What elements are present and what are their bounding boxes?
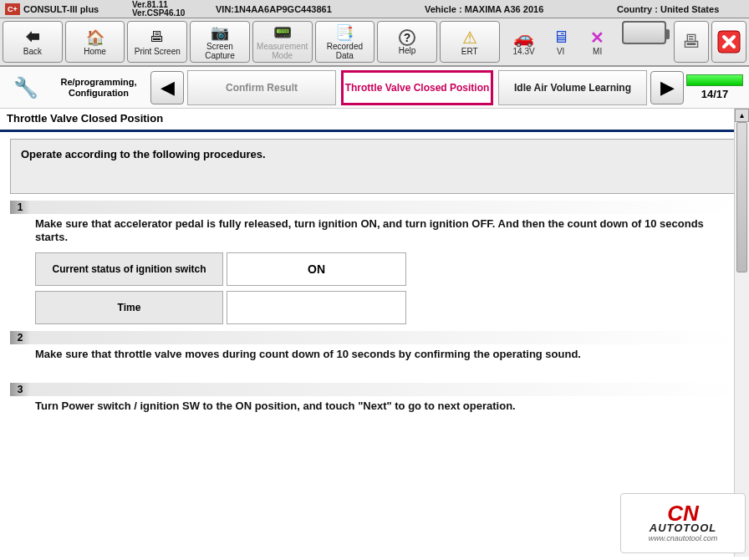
app-name: CONSULT-III plus bbox=[23, 4, 132, 14]
measurement-mode-button: 📟 Measurement Mode bbox=[252, 21, 313, 63]
separator bbox=[0, 130, 749, 132]
close-button[interactable] bbox=[711, 21, 746, 63]
printer-icon: 🖶 bbox=[150, 28, 165, 47]
instruction-box: Operate according to the following proce… bbox=[10, 139, 739, 194]
screen-capture-button[interactable]: 📷 Screen Capture bbox=[190, 21, 250, 63]
progress-text: 14/17 bbox=[701, 88, 729, 100]
step-idle-air-volume[interactable]: Idle Air Volume Learning bbox=[498, 70, 647, 105]
ert-button[interactable]: ⚠ ERT bbox=[440, 21, 500, 63]
back-arrow-icon: 🡄 bbox=[25, 28, 40, 47]
ignition-status-value: ON bbox=[227, 252, 406, 286]
car-icon: 🚗 bbox=[513, 28, 534, 47]
mi-indicator: ✕ MI bbox=[581, 28, 614, 56]
vehicle-field: Vehicle : MAXIMA A36 2016 bbox=[425, 4, 617, 14]
scroll-up-button[interactable]: ▴ bbox=[735, 109, 749, 122]
scrollbar[interactable]: ▴ bbox=[734, 109, 749, 557]
breadcrumb: 🔧 Re/programming, Configuration ◀ Confir… bbox=[0, 67, 749, 109]
voltage-indicator: 🚗 14.3V bbox=[507, 28, 541, 56]
home-button[interactable]: 🏠 Home bbox=[65, 21, 125, 63]
breadcrumb-section: Re/programming, Configuration bbox=[48, 77, 149, 99]
time-label: Time bbox=[35, 291, 223, 324]
vin-field: VIN:1N4AA6AP9GC443861 bbox=[216, 4, 425, 14]
warning-icon: ⚠ bbox=[462, 28, 477, 47]
close-icon bbox=[716, 29, 741, 54]
mi-x-icon: ✕ bbox=[590, 28, 604, 47]
vi-indicator: 🖥 VI bbox=[544, 28, 578, 56]
help-button[interactable]: ? Help bbox=[377, 21, 437, 63]
vi-icon: 🖥 bbox=[553, 28, 569, 47]
watermark: CN AUTOTOOL www.cnautotool.com bbox=[620, 493, 746, 553]
step-confirm-result[interactable]: Confirm Result bbox=[187, 70, 336, 105]
time-row: Time bbox=[35, 291, 739, 324]
page-title: Throttle Valve Closed Position bbox=[0, 109, 749, 128]
prev-step-button[interactable]: ◀ bbox=[150, 71, 184, 104]
next-step-button[interactable]: ▶ bbox=[650, 71, 684, 104]
aux-printer-icon: 🖶 bbox=[682, 31, 701, 53]
print-screen-button[interactable]: 🖶 Print Screen bbox=[127, 21, 187, 63]
recorded-data-icon: 📑 bbox=[335, 23, 354, 42]
step-2-header: 2 bbox=[10, 331, 739, 344]
country-field: Country : United States bbox=[617, 4, 749, 14]
ignition-status-label: Current status of ignition switch bbox=[35, 252, 223, 286]
info-bar: C+ CONSULT-III plus Ver.81.11 Ver.CSP46.… bbox=[0, 0, 749, 18]
ver-1: Ver.81.11 bbox=[132, 1, 216, 9]
step-3-text: Turn Power switch / ignition SW to the O… bbox=[35, 400, 739, 413]
step-3-header: 3 bbox=[10, 383, 739, 396]
ver-2: Ver.CSP46.10 bbox=[132, 9, 216, 18]
version-block: Ver.81.11 Ver.CSP46.10 bbox=[132, 1, 216, 18]
ignition-status-row: Current status of ignition switch ON bbox=[35, 252, 739, 286]
content-area: Throttle Valve Closed Position Operate a… bbox=[0, 109, 749, 557]
status-group: 🚗 14.3V 🖥 VI ✕ MI bbox=[507, 21, 614, 63]
aux-printer-button[interactable]: 🖶 bbox=[674, 21, 709, 63]
help-icon: ? bbox=[399, 29, 415, 46]
measurement-icon: 📟 bbox=[273, 23, 292, 42]
step-throttle-valve-closed[interactable]: Throttle Valve Closed Position bbox=[341, 70, 493, 105]
step-2-text: Make sure that throttle valve moves duri… bbox=[35, 348, 739, 361]
home-icon: 🏠 bbox=[86, 28, 104, 47]
app-logo-icon: C+ bbox=[5, 3, 20, 15]
time-value bbox=[227, 291, 406, 324]
config-icon: 🔧 bbox=[5, 76, 47, 99]
progress-indicator: 14/17 bbox=[685, 74, 744, 100]
scroll-thumb[interactable] bbox=[736, 122, 747, 272]
battery-icon bbox=[622, 21, 667, 44]
progress-bar bbox=[686, 74, 743, 86]
camera-icon: 📷 bbox=[211, 23, 229, 42]
step-1-text: Make sure that accelerator pedal is full… bbox=[35, 217, 739, 244]
recorded-data-button[interactable]: 📑 Recorded Data bbox=[315, 21, 375, 63]
step-1-header: 1 bbox=[10, 201, 739, 214]
toolbar: 🡄 Back 🏠 Home 🖶 Print Screen 📷 Screen Ca… bbox=[0, 18, 749, 67]
back-button[interactable]: 🡄 Back bbox=[3, 21, 63, 63]
